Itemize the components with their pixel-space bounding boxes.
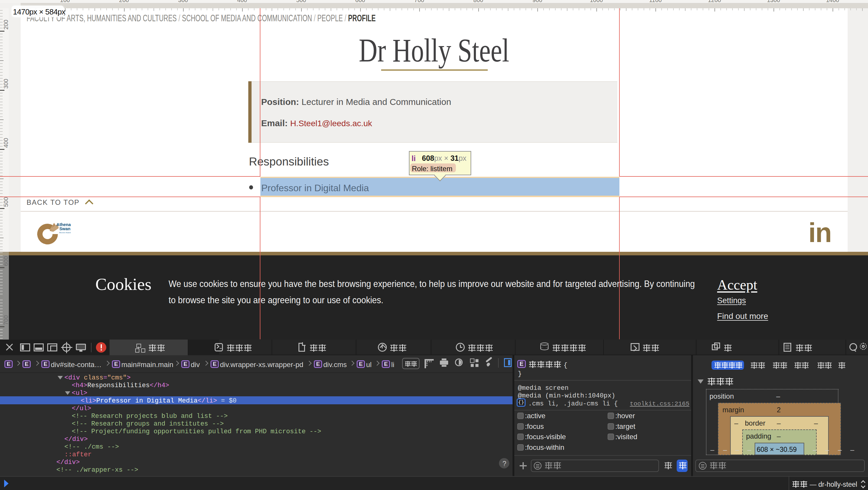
svg-text:Bronze Award: Bronze Award (59, 231, 71, 233)
svg-text:Swan: Swan (59, 226, 70, 231)
